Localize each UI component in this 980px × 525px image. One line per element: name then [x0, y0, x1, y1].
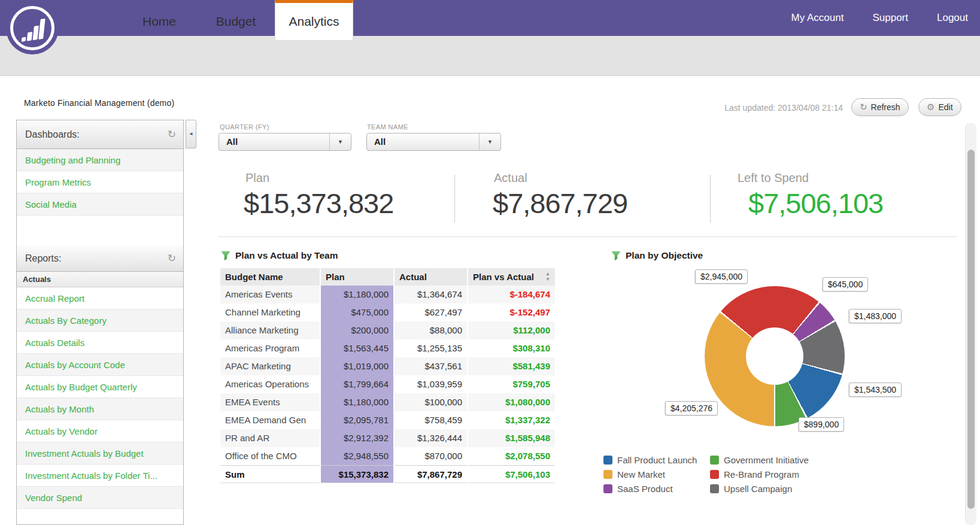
- gear-icon: ⚙: [927, 102, 935, 113]
- legend-swatch-upsell-campaign: [710, 484, 719, 493]
- quarter-filter-dropdown[interactable]: All ▼: [219, 133, 351, 151]
- plan-vs-actual-table: Budget NamePlanActualPlan vs Actual▲▼Ame…: [220, 268, 553, 483]
- sidebar-item-social-media[interactable]: Social Media: [17, 193, 183, 216]
- sidebar-item-investment-actuals-by-budget[interactable]: Investment Actuals by Budget: [17, 442, 183, 465]
- column-header-plan[interactable]: Plan: [321, 268, 393, 286]
- sidebar-item-actuals-details[interactable]: Actuals Details: [17, 332, 183, 354]
- table-row-sum[interactable]: Sum$15,373,832$7,867,729$7,506,103: [220, 465, 553, 483]
- reports-refresh-icon[interactable]: ↻: [168, 245, 176, 271]
- chevron-down-icon: ▼: [329, 133, 351, 150]
- refresh-button-label: Refresh: [871, 102, 900, 112]
- legend-swatch-saas-product: [603, 484, 612, 493]
- legend-item-government-initiative: Government Initiative: [710, 453, 809, 467]
- edit-button-label: Edit: [938, 102, 952, 112]
- sidebar-item-actuals-by-account-code[interactable]: Actuals by Account Code: [17, 354, 183, 376]
- legend-item-upsell-campaign: Upsell Campaign: [710, 481, 809, 496]
- dashboards-header: Dashboards: ↻: [17, 120, 183, 149]
- kpi-plan-label: Plan: [245, 171, 269, 185]
- tab-home[interactable]: Home: [132, 0, 186, 40]
- sidebar-item-actuals-by-category[interactable]: Actuals By Category: [17, 309, 183, 332]
- sidebar-collapse-button[interactable]: ◄: [186, 120, 196, 148]
- table-row[interactable]: Office of the CMO$2,948,550$870,000$2,07…: [220, 447, 553, 465]
- budget-name-cell: EMEA Events: [220, 393, 320, 411]
- table-row[interactable]: APAC Marketing$1,019,000$437,561$581,439: [220, 357, 553, 375]
- sidebar-item-actuals-by-vendor[interactable]: Actuals by Vendor: [17, 420, 183, 442]
- legend-label: Government Initiative: [724, 455, 809, 465]
- sidebar-item-program-metrics[interactable]: Program Metrics: [17, 171, 183, 193]
- plan-cell: $200,000: [321, 321, 393, 339]
- chart-legend-column-1: Fall Product LaunchNew MarketSaaS Produc…: [603, 453, 697, 496]
- team-filter-label: TEAM NAME: [367, 123, 408, 131]
- plan-vs-actual-title: Plan vs Actual by Team: [235, 250, 338, 261]
- sidebar-item-budgeting-and-planning[interactable]: Budgeting and Planning: [17, 149, 183, 171]
- plan-vs-actual-title-row: Plan vs Actual by Team: [222, 250, 338, 261]
- edit-button[interactable]: ⚙ Edit: [918, 98, 961, 116]
- chevron-down-icon: ▼: [479, 133, 500, 150]
- team-filter-dropdown[interactable]: All ▼: [366, 133, 501, 151]
- budget-name-cell: Americas Operations: [220, 375, 320, 393]
- table-header-row: Budget NamePlanActualPlan vs Actual▲▼: [220, 268, 553, 286]
- sort-arrows-icon[interactable]: ▲▼: [545, 271, 550, 282]
- tab-budget[interactable]: Budget: [203, 0, 269, 40]
- vertical-scrollbar-track[interactable]: [965, 123, 976, 525]
- nav-link-logout[interactable]: Logout: [937, 12, 968, 24]
- sidebar-item-actuals-by-month[interactable]: Actuals by Month: [17, 398, 183, 420]
- donut-label-upsell-campaign: $1,483,000: [849, 309, 902, 323]
- plan-vs-actual-cell: $2,078,550: [468, 447, 555, 465]
- donut-label-re-brand-program: $2,945,000: [695, 269, 748, 284]
- legend-swatch-fall-product-launch: [603, 456, 612, 465]
- tab-analytics[interactable]: Analytics: [275, 0, 353, 40]
- table-row[interactable]: Americas Operations$1,799,664$1,039,959$…: [220, 375, 553, 393]
- plan-vs-actual-cell: $759,705: [468, 375, 555, 393]
- legend-item-saas-product: SaaS Product: [603, 481, 697, 496]
- donut-label-fall-product-launch: $1,543,500: [849, 383, 902, 397]
- quarter-filter-label: QUARTER (FY): [220, 123, 269, 131]
- table-row[interactable]: EMEA Demand Gen$2,095,781$758,459$1,337,…: [220, 411, 553, 429]
- sidebar-item-vendor-spend[interactable]: Vendor Spend: [17, 487, 183, 509]
- table-row[interactable]: PR and AR$2,912,392$1,326,444$1,585,948: [220, 429, 553, 447]
- table-row[interactable]: Americas Program$1,563,445$1,255,135$308…: [220, 339, 553, 357]
- table-row[interactable]: Channel Marketing$475,000$627,497$-152,4…: [220, 304, 553, 321]
- column-header-plan-vs-actual[interactable]: Plan vs Actual▲▼: [468, 268, 555, 286]
- table-row[interactable]: Americas Events$1,180,000$1,364,674$-184…: [220, 286, 553, 304]
- refresh-button[interactable]: ↻ Refresh: [851, 98, 909, 116]
- plan-cell: $1,563,445: [321, 339, 393, 357]
- plan-by-objective-donut-chart: [705, 286, 845, 426]
- sidebar-item-accrual-report[interactable]: Accrual Report: [17, 287, 183, 309]
- plan-vs-actual-cell: $1,337,322: [468, 411, 555, 429]
- refresh-icon: ↻: [860, 102, 867, 113]
- actual-cell: $100,000: [395, 393, 467, 411]
- kpi-separator: [454, 175, 455, 223]
- table-row[interactable]: Alliance Marketing$200,000$88,000$112,00…: [220, 321, 553, 339]
- reports-group-actuals: Actuals: [17, 272, 183, 287]
- filter-funnel-icon: [222, 251, 230, 260]
- nav-link-my-account[interactable]: My Account: [791, 12, 844, 24]
- actual-cell: $437,561: [395, 357, 467, 375]
- column-header-budget-name[interactable]: Budget Name: [220, 268, 320, 286]
- plan-vs-actual-cell: $-152,497: [468, 304, 555, 321]
- dashboards-refresh-icon[interactable]: ↻: [168, 120, 176, 148]
- kpi-separator: [710, 175, 711, 223]
- budget-name-cell: APAC Marketing: [220, 357, 320, 375]
- table-row[interactable]: EMEA Events$1,180,000$100,000$1,080,000: [220, 393, 553, 411]
- marketo-logo-icon[interactable]: [6, 2, 59, 54]
- kpi-divider: [219, 236, 957, 237]
- chart-legend-column-2: Government InitiativeRe-Brand ProgramUps…: [710, 453, 809, 496]
- actual-cell: $758,459: [395, 411, 467, 429]
- plan-cell: $2,095,781: [321, 411, 393, 429]
- tab-bar: [0, 36, 980, 76]
- sidebar-item-actuals-by-budget-quarterly[interactable]: Actuals by Budget Quarterly: [17, 376, 183, 398]
- vertical-scrollbar-thumb[interactable]: [967, 150, 975, 509]
- column-header-actual[interactable]: Actual: [395, 268, 467, 286]
- sidebar-item-investment-actuals-by-folder-ti[interactable]: Investment Actuals by Folder Ti...: [17, 465, 183, 487]
- legend-swatch-government-initiative: [710, 456, 719, 465]
- budget-name-cell: PR and AR: [220, 429, 320, 447]
- sidebar-spacer: [17, 216, 183, 245]
- kpi-left-to-spend-value: $7,506,103: [748, 187, 883, 220]
- dashboards-header-label: Dashboards:: [25, 120, 80, 148]
- legend-item-new-market: New Market: [603, 467, 697, 481]
- budget-name-cell: EMEA Demand Gen: [220, 411, 320, 429]
- actual-cell: $1,326,444: [395, 429, 467, 447]
- nav-link-support[interactable]: Support: [872, 12, 908, 24]
- plan-cell: $1,180,000: [321, 393, 393, 411]
